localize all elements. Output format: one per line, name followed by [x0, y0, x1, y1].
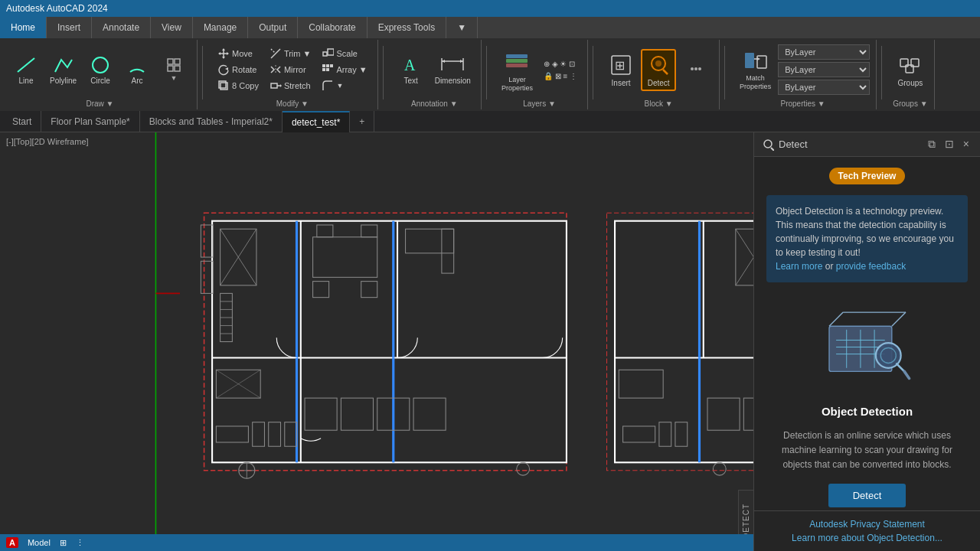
- block-more-button[interactable]: [679, 59, 713, 80]
- rotate-label: Rotate: [232, 65, 256, 74]
- tab-manage[interactable]: Manage: [193, 17, 248, 38]
- panel-close-button[interactable]: ×: [960, 137, 972, 152]
- svg-marker-7: [222, 57, 225, 59]
- array-button[interactable]: Array ▼: [318, 62, 371, 77]
- rotate-button[interactable]: Rotate: [214, 62, 263, 77]
- layer-properties-icon: [505, 47, 529, 74]
- svg-rect-43: [745, 53, 754, 68]
- svg-point-42: [698, 67, 701, 70]
- group-button[interactable]: Groups: [893, 51, 927, 90]
- tab-start[interactable]: Start: [3, 111, 41, 132]
- canvas-view-label: [-][Top][2D Wireframe]: [6, 137, 89, 146]
- text-button[interactable]: A Text: [394, 53, 428, 87]
- detect-action-button[interactable]: Detect: [828, 484, 906, 507]
- layer-tool1[interactable]: ⊕ ◈ ☀ ⊡: [540, 58, 581, 70]
- copy-button[interactable]: 8 Copy: [214, 78, 263, 93]
- insert-label: Insert: [612, 79, 631, 87]
- scale-button[interactable]: Scale: [318, 46, 371, 61]
- svg-rect-20: [328, 49, 334, 55]
- prop-dropdowns: ByLayer ByLayer ByLayer: [778, 44, 870, 95]
- ribbon-tabs: Home Insert Annotate View Manage Output …: [0, 17, 980, 38]
- tab-annotate[interactable]: Annotate: [92, 17, 151, 38]
- footer-learn-more-link[interactable]: Learn more about Object Detection...: [792, 533, 942, 543]
- ribbon-group-groups: Groups Groups ▼: [887, 40, 934, 109]
- bylayer-dropdown[interactable]: ByLayer: [778, 44, 870, 60]
- detect-illustration: [766, 293, 968, 394]
- svg-rect-16: [271, 83, 277, 88]
- trim-button[interactable]: Trim ▼: [266, 46, 315, 61]
- draw-group-label: Draw ▼: [87, 98, 114, 108]
- tab-detect[interactable]: detect_test*: [283, 111, 350, 132]
- privacy-link[interactable]: Autodesk Privacy Statement: [809, 519, 925, 530]
- svg-point-38: [655, 60, 662, 67]
- move-icon: [217, 47, 230, 60]
- panel-pin-button[interactable]: ⊡: [942, 137, 957, 152]
- svg-text:A: A: [404, 57, 416, 73]
- svg-line-131: [904, 371, 909, 378]
- bylayer2-dropdown[interactable]: ByLayer: [778, 62, 870, 77]
- panel-float-button[interactable]: ⧉: [925, 137, 939, 152]
- tab-new[interactable]: +: [350, 111, 374, 132]
- modify-group-label: Modify ▼: [276, 98, 309, 108]
- layer-properties-button[interactable]: LayerProperties: [498, 44, 537, 95]
- trim-label: Trim ▼: [284, 49, 312, 58]
- tab-view[interactable]: View: [151, 17, 193, 38]
- svg-point-1: [93, 57, 108, 73]
- polyline-button[interactable]: Polyline: [46, 53, 80, 87]
- svg-rect-22: [326, 64, 329, 67]
- line-label: Line: [19, 77, 34, 85]
- group-icon: [898, 53, 923, 77]
- ribbon-group-modify: Move Rotate 8 Copy Trim ▼ Mirr: [207, 40, 378, 109]
- tab-insert[interactable]: Insert: [47, 17, 92, 38]
- modify-items: Move Rotate 8 Copy Trim ▼ Mirr: [214, 41, 371, 98]
- rotate-icon: [217, 64, 230, 76]
- detect-panel: Detect ⧉ ⊡ × Tech Preview Object Detecti…: [753, 132, 980, 551]
- status-snap[interactable]: ⋮: [76, 538, 84, 548]
- svg-rect-21: [322, 64, 325, 67]
- detect-icon: [646, 53, 671, 77]
- layer-tools: ⊕ ◈ ☀ ⊡ 🔒 ⊠ ≡ ⋮: [540, 58, 581, 82]
- feedback-link[interactable]: provide feedback: [836, 261, 906, 272]
- text-icon: A: [401, 55, 421, 75]
- draw-expand[interactable]: ▼: [157, 55, 191, 84]
- block-group-label: Block ▼: [645, 98, 673, 108]
- draw-more-label: ▼: [171, 74, 178, 82]
- move-button[interactable]: Move: [214, 46, 263, 61]
- line-button[interactable]: Line: [9, 53, 43, 87]
- svg-marker-8: [218, 52, 220, 55]
- tab-more[interactable]: ▼: [446, 17, 478, 38]
- mirror-button[interactable]: Mirror: [266, 62, 315, 77]
- tab-floorplan[interactable]: Floor Plan Sample*: [41, 111, 139, 132]
- dimension-button[interactable]: Dimension: [431, 53, 475, 87]
- or-text: or: [825, 261, 836, 272]
- circle-button[interactable]: Circle: [83, 53, 117, 87]
- tab-home[interactable]: Home: [0, 17, 47, 38]
- detect-label: Detect: [648, 79, 670, 87]
- scale-icon: [322, 47, 334, 60]
- tab-blocks[interactable]: Blocks and Tables - Imperial2*: [140, 111, 283, 132]
- info-text: Object Detection is a technology preview…: [776, 206, 954, 258]
- match-properties-button[interactable]: MatchProperties: [736, 46, 775, 93]
- learn-more-link[interactable]: Learn more: [776, 261, 822, 272]
- layer-tool2[interactable]: 🔒 ⊠ ≡ ⋮: [540, 70, 581, 82]
- svg-line-0: [18, 58, 34, 72]
- fillet-button[interactable]: ▼: [318, 78, 371, 93]
- svg-marker-6: [222, 48, 225, 51]
- tab-output[interactable]: Output: [248, 17, 298, 38]
- svg-rect-23: [330, 64, 333, 67]
- svg-rect-44: [757, 56, 766, 68]
- section-desc: Detection is an online service which use…: [766, 429, 968, 473]
- circle-label: Circle: [90, 77, 110, 85]
- bylayer3-dropdown[interactable]: ByLayer: [778, 80, 870, 95]
- properties-items: MatchProperties ByLayer ByLayer ByLayer: [736, 41, 870, 98]
- tab-express[interactable]: Express Tools: [368, 17, 446, 38]
- groups-label: Groups: [897, 79, 923, 87]
- detect-button[interactable]: Detect: [641, 49, 676, 91]
- tab-collaborate[interactable]: Collaborate: [298, 17, 367, 38]
- svg-line-39: [663, 70, 668, 74]
- stretch-button[interactable]: Stretch: [266, 78, 315, 93]
- svg-rect-33: [506, 59, 528, 63]
- status-grid[interactable]: ⊞: [60, 538, 67, 548]
- arc-button[interactable]: Arc: [120, 53, 154, 87]
- insert-button[interactable]: ⊞ Insert: [604, 51, 638, 90]
